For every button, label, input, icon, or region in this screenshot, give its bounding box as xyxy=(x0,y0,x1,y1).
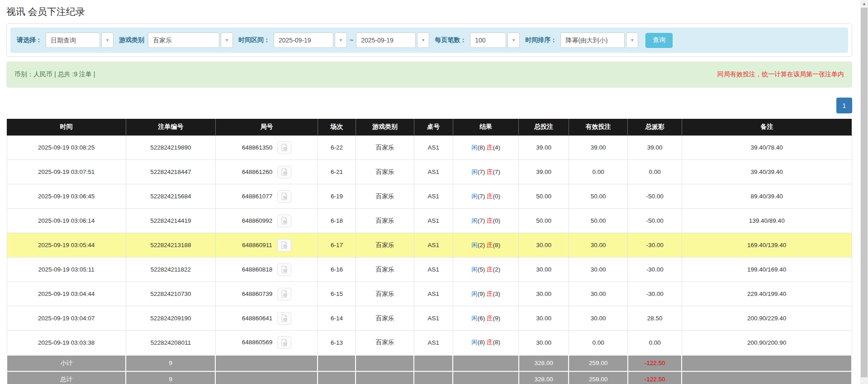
video-replay-icon[interactable] xyxy=(277,166,291,178)
valid-bet-cell: 39.00 xyxy=(569,136,628,160)
video-replay-icon[interactable] xyxy=(277,215,291,227)
game-type-label: 游戏类别 xyxy=(119,36,144,44)
footer-cell-7: 328.00 xyxy=(519,371,569,384)
date-from-value[interactable]: 2025-09-19 xyxy=(274,33,333,48)
footer-cell-8: 259.00 xyxy=(569,371,628,384)
page-size-select[interactable]: 100 ▼ xyxy=(470,33,520,48)
total-bet-cell[interactable]: 30.00 xyxy=(519,331,569,355)
table-number-cell: AS1 xyxy=(414,258,453,282)
column-header-6: 结果 xyxy=(453,119,519,136)
banker-result-value: (0) xyxy=(493,217,500,224)
total-bet-cell[interactable]: 30.00 xyxy=(519,282,569,306)
filter-bar: 请选择： 日期查询 ▼ 游戏类别 百家乐 ▼ 时间区间： 2025-09-19 … xyxy=(10,28,848,53)
table-row: 2025-09-19 03:08:25522824219890648861350… xyxy=(7,136,852,160)
bet-id-cell: 522824209190 xyxy=(126,306,215,331)
session-cell: 6-16 xyxy=(318,258,356,282)
game-type-cell: 百家乐 xyxy=(356,184,414,209)
video-replay-icon[interactable] xyxy=(277,312,291,325)
chevron-down-icon[interactable]: ▼ xyxy=(508,33,520,48)
total-bet-cell[interactable]: 30.00 xyxy=(519,306,569,331)
bet-id-cell: 522824218447 xyxy=(126,160,215,184)
date-to-value[interactable]: 2025-09-19 xyxy=(356,33,416,48)
payout-cell: -50.00 xyxy=(628,184,682,209)
column-header-0: 时间 xyxy=(7,119,126,136)
video-replay-icon[interactable] xyxy=(277,141,291,154)
page-1-button[interactable]: 1 xyxy=(836,98,852,113)
player-result-value: (7) xyxy=(478,217,485,224)
total-bet-cell[interactable]: 39.00 xyxy=(519,136,569,160)
chevron-down-icon[interactable]: ▼ xyxy=(101,33,114,48)
round-id-text: 648860569 xyxy=(242,339,273,346)
player-result-label: 闲 xyxy=(471,193,478,200)
session-cell: 6-13 xyxy=(318,331,356,355)
currency-total-text: 币别：人民币 | 总共 :9 注单 | xyxy=(14,70,95,79)
time-sort-value[interactable]: 降幂(由大到小) xyxy=(560,33,625,48)
note-cell: 200.90/229.40 xyxy=(682,306,852,331)
payout-cell: -30.00 xyxy=(628,258,682,282)
column-header-5: 桌号 xyxy=(414,119,453,136)
total-bet-cell[interactable]: 30.00 xyxy=(519,258,569,282)
column-header-3: 场次 xyxy=(318,119,356,136)
chevron-down-icon[interactable]: ▼ xyxy=(335,33,347,48)
note-cell: 229.40/199.40 xyxy=(682,282,852,306)
video-replay-icon[interactable] xyxy=(277,336,291,349)
chevron-down-icon[interactable]: ▼ xyxy=(417,33,429,48)
video-replay-icon[interactable] xyxy=(277,239,291,252)
date-from-picker[interactable]: 2025-09-19 ▼ xyxy=(274,33,347,48)
video-replay-icon[interactable] xyxy=(277,190,291,203)
player-result-value: (9) xyxy=(478,290,485,297)
game-type-select[interactable]: 百家乐 ▼ xyxy=(148,33,233,48)
table-number-cell: AS1 xyxy=(414,160,453,184)
banker-result-value: (4) xyxy=(493,144,500,151)
game-type-cell: 百家乐 xyxy=(356,258,414,282)
query-mode-select[interactable]: 日期查询 ▼ xyxy=(46,33,114,48)
banker-result-value: (0) xyxy=(493,193,500,200)
search-button[interactable]: 查询 xyxy=(645,33,673,48)
player-result-label: 闲 xyxy=(471,290,478,297)
pagination: 1 xyxy=(6,98,852,113)
session-cell: 6-22 xyxy=(318,136,356,160)
round-id-cell: 648860739 xyxy=(215,282,318,306)
table-row: 2025-09-19 03:03:38522824208011648860569… xyxy=(7,331,852,355)
note-cell: 199.40/169.40 xyxy=(682,258,852,282)
date-to-picker[interactable]: 2025-09-19 ▼ xyxy=(356,33,429,48)
bet-time-cell: 2025-09-19 03:08:25 xyxy=(7,136,126,160)
time-sort-select[interactable]: 降幂(由大到小) ▼ xyxy=(560,33,638,48)
total-bet-cell[interactable]: 30.00 xyxy=(519,233,569,258)
game-type-value[interactable]: 百家乐 xyxy=(148,33,219,48)
table-row: 2025-09-19 03:04:44522824210730648860739… xyxy=(7,282,852,306)
query-mode-value[interactable]: 日期查询 xyxy=(46,33,100,48)
result-cell: 闲(6) 庄(9) xyxy=(453,306,519,331)
total-bet-cell[interactable]: 50.00 xyxy=(519,184,569,209)
round-id-text: 648861077 xyxy=(242,192,273,199)
footer-cell-5 xyxy=(414,355,453,371)
total-bet-cell[interactable]: 39.00 xyxy=(519,160,569,184)
bet-id-cell: 522824211822 xyxy=(126,258,215,282)
footer-cell-1: 9 xyxy=(126,371,215,384)
table-row: 2025-09-19 03:06:45522824215684648861077… xyxy=(7,184,852,209)
bet-time-cell: 2025-09-19 03:07:51 xyxy=(7,160,126,184)
chevron-down-icon[interactable]: ▼ xyxy=(221,33,233,48)
video-replay-icon[interactable] xyxy=(277,263,291,276)
table-number-cell: AS1 xyxy=(414,233,453,258)
time-sort-group: 时间排序： 降幂(由大到小) ▼ xyxy=(525,33,638,48)
query-mode-group: 请选择： 日期查询 ▼ xyxy=(17,33,114,48)
page-size-value[interactable]: 100 xyxy=(470,33,506,48)
main-content: 视讯 会员下注纪录 请选择： 日期查询 ▼ 游戏类别 百家乐 ▼ 时间区间： xyxy=(6,5,852,384)
chevron-down-icon[interactable]: ▼ xyxy=(626,33,638,48)
player-result-label: 闲 xyxy=(471,266,478,273)
footer-cell-10 xyxy=(682,355,852,371)
footer-cell-4 xyxy=(356,371,414,384)
total-bet-cell[interactable]: 50.00 xyxy=(519,209,569,233)
result-cell: 闲(7) 庄(0) xyxy=(453,184,519,209)
banker-result-label: 庄 xyxy=(487,217,493,224)
footer-cell-10 xyxy=(682,371,852,384)
payout-cell: 0.00 xyxy=(628,331,682,355)
summary-bar: 币别：人民币 | 总共 :9 注单 | 同局有效投注，统一计算在该局第一张注单内 xyxy=(6,61,852,88)
round-id-cell: 648860641 xyxy=(215,306,318,331)
result-cell: 闲(8) 庄(8) xyxy=(453,331,519,355)
scroll-up-arrow-icon[interactable]: ▲ xyxy=(860,0,868,8)
vertical-scrollbar[interactable]: ▲ xyxy=(860,0,868,384)
scrollbar-thumb[interactable] xyxy=(861,8,868,377)
video-replay-icon[interactable] xyxy=(277,288,291,300)
